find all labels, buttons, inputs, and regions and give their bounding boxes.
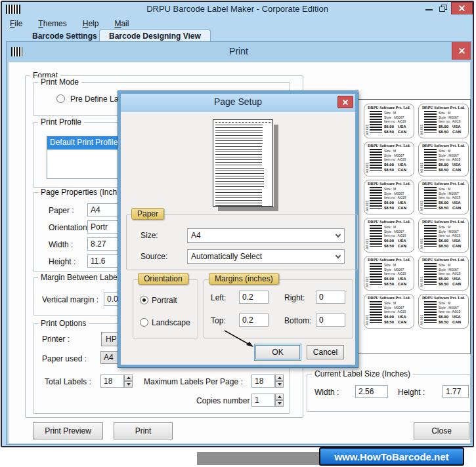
landscape-radio[interactable] <box>140 318 148 327</box>
label-height-field: 1.77 <box>443 385 469 398</box>
barcode-icon <box>424 149 437 171</box>
page-properties-group-label: Page Properties (Inch <box>38 188 119 197</box>
margin-bottom-field[interactable]: 0 <box>316 314 345 327</box>
print-preview-button[interactable]: Print Preview <box>33 422 103 439</box>
app-window: DRPU Barcode Label Maker - Corporate Edi… <box>1 1 474 447</box>
thumbnail-shadow <box>218 207 278 211</box>
barcode-vertical-text: AX 001 <box>420 187 424 211</box>
watermark-shadow <box>197 452 323 465</box>
menu-themes[interactable]: Themes <box>30 18 74 31</box>
label-info: Size : M Style : M0067 Item no : Ai019 $… <box>439 187 461 211</box>
margin-left-field[interactable]: 0.2 <box>239 291 269 304</box>
copies-spinner[interactable] <box>275 394 284 407</box>
barcode-vertical-text: AX 001 <box>366 187 370 211</box>
barcode-label-card: DRPU Software Pvt. Ltd. AX 001 Size : M … <box>364 104 414 138</box>
spin-up-icon[interactable] <box>275 394 284 400</box>
barcode-label-card: DRPU Software Pvt. Ltd. AX 001 Size : M … <box>364 142 414 176</box>
paper-size-select[interactable]: A4 <box>187 228 345 243</box>
close-icon <box>458 47 465 54</box>
barcode-label-card: DRPU Software Pvt. Ltd. AX 001 Size : M … <box>418 180 469 214</box>
menu-mail[interactable]: Mail <box>106 18 137 31</box>
paper-group-tag: Paper <box>131 208 164 220</box>
menu-help[interactable]: Help <box>75 18 107 31</box>
page-preview-thumbnail <box>213 119 273 207</box>
label-company-name: DRPU Software Pvt. Ltd. <box>420 182 467 186</box>
spin-down-icon[interactable] <box>275 381 284 388</box>
menubar: File Themes Help Mail <box>2 18 137 31</box>
orientation-group: Orientation Portrait Landscape <box>133 279 198 338</box>
tab-barcode-settings[interactable]: Barcode Settings <box>32 31 97 41</box>
barcode-vertical-text: AX 001 <box>366 149 370 173</box>
label-company-name: DRPU Software Pvt. Ltd. <box>420 144 467 148</box>
window-title: DRPU Barcode Label Maker - Corporate Edi… <box>2 4 473 14</box>
margin-left-label: Left: <box>211 293 226 302</box>
barcode-label-card: DRPU Software Pvt. Ltd. AX 001 Size : M … <box>364 256 414 291</box>
barcode-label-card: DRPU Software Pvt. Ltd. AX 001 Size : M … <box>418 104 469 138</box>
tab-barcode-designing-view[interactable]: Barcode Designing View <box>99 30 211 43</box>
barcode-icon <box>370 187 382 209</box>
paper-source-select[interactable]: Automatically Select <box>187 249 345 264</box>
orientation-label: Orientation : <box>49 223 91 232</box>
label-company-name: DRPU Software Pvt. Ltd. <box>420 220 467 224</box>
barcode-label-card: DRPU Software Pvt. Ltd. AX 001 Size : M … <box>364 180 414 214</box>
close-button[interactable] <box>451 2 473 14</box>
barcode-vertical-text: AX 001 <box>366 111 370 135</box>
margin-top-label: Top: <box>211 316 226 325</box>
margin-right-field[interactable]: 0 <box>316 291 345 304</box>
barcode-icon <box>370 263 382 285</box>
barcode-icon <box>370 149 382 171</box>
orientation-group-tag: Orientation <box>138 273 188 285</box>
total-labels-field[interactable]: 18 <box>100 375 124 388</box>
tabstrip: Barcode Settings Barcode Designing View <box>2 31 473 41</box>
close-print-button[interactable]: Close <box>414 422 469 439</box>
max-labels-spinner[interactable] <box>275 375 284 388</box>
barcode-vertical-text: AX 001 <box>366 263 370 287</box>
label-company-name: DRPU Software Pvt. Ltd. <box>366 296 412 300</box>
print-dialog-close-button[interactable] <box>452 42 471 60</box>
current-label-size-label: Current Label Size (Inches) <box>312 369 413 378</box>
cursor-arrow-icon <box>223 329 259 352</box>
label-info: Size : M Style : M0067 Item no : Ai019 $… <box>439 263 461 287</box>
close-icon <box>342 99 349 106</box>
chevron-down-icon <box>335 232 341 237</box>
spin-up-icon[interactable] <box>275 375 284 381</box>
pre-define-label-radio[interactable] <box>56 94 65 103</box>
size-label: Size: <box>141 231 158 240</box>
copies-field[interactable]: 1 <box>251 394 275 407</box>
watermark-badge: www.HowToBarcode.net <box>319 447 464 466</box>
barcode-icon <box>370 111 382 132</box>
page-setup-close-button[interactable] <box>337 96 353 108</box>
total-labels-spinner[interactable] <box>124 375 133 388</box>
minimize-button[interactable] <box>422 2 437 14</box>
page-setup-title: Page Setup <box>121 96 355 107</box>
label-width-label: Width : <box>314 388 339 397</box>
label-company-name: DRPU Software Pvt. Ltd. <box>366 182 412 186</box>
screen: DRPU Barcode Label Maker - Corporate Edi… <box>0 0 476 467</box>
max-labels-field[interactable]: 18 <box>251 375 275 388</box>
margin-top-field[interactable]: 0.2 <box>239 314 269 327</box>
portrait-radio[interactable] <box>140 296 148 304</box>
label-info: Size : M Style : M0067 Item no : Ai019 $… <box>384 301 406 325</box>
spin-down-icon[interactable] <box>275 400 284 407</box>
copies-label: Copies number : <box>196 396 254 405</box>
cancel-button[interactable]: Cancel <box>307 345 344 359</box>
barcode-label-card: DRPU Software Pvt. Ltd. AX 001 Size : M … <box>364 218 414 253</box>
barcode-label-card: DRPU Software Pvt. Ltd. AX 001 Size : M … <box>364 294 414 329</box>
label-info: Size : M Style : M0067 Item no : Ai019 $… <box>439 301 461 325</box>
spin-down-icon[interactable] <box>124 381 133 388</box>
ok-button[interactable]: OK <box>255 345 300 359</box>
label-company-name: DRPU Software Pvt. Ltd. <box>366 144 412 148</box>
label-info: Size : M Style : M0067 Item no : Ai019 $… <box>384 149 406 173</box>
print-button[interactable]: Print <box>114 422 173 439</box>
maximize-button[interactable] <box>437 2 451 14</box>
barcode-label-card: DRPU Software Pvt. Ltd. AX 001 Size : M … <box>418 142 469 176</box>
barcode-icon <box>424 301 437 323</box>
spin-up-icon[interactable] <box>124 375 133 381</box>
chevron-down-icon <box>335 253 341 258</box>
menu-file[interactable]: File <box>2 18 30 31</box>
label-info: Size : M Style : M0067 Item no : Ai019 $… <box>384 225 406 249</box>
barcode-vertical-text: AX 001 <box>420 149 424 173</box>
print-mode-group-label: Print Mode <box>38 77 81 87</box>
paper-group: Paper Size: A4 Source: Automatically Sel… <box>126 214 358 270</box>
label-company-name: DRPU Software Pvt. Ltd. <box>420 106 467 110</box>
